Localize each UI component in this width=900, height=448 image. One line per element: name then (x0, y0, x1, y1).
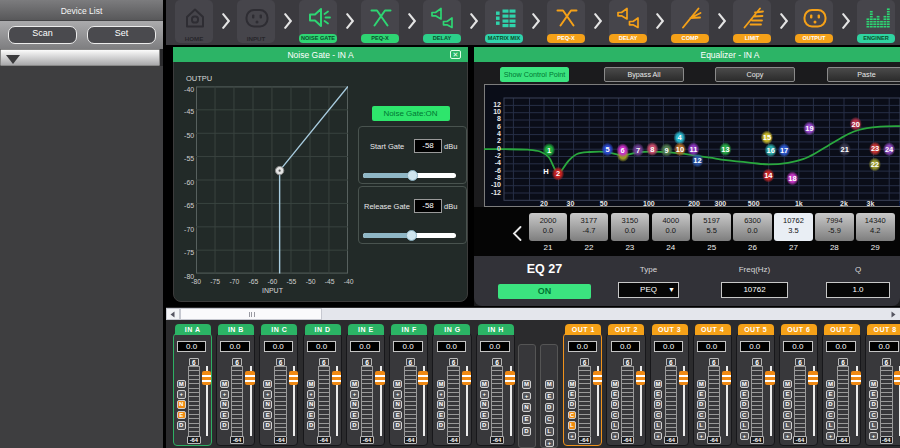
svg-text:13: 13 (721, 144, 729, 153)
svg-text:1: 1 (547, 145, 551, 154)
svg-text:2: 2 (556, 169, 560, 178)
svg-text:24: 24 (885, 144, 894, 153)
svg-text:6: 6 (621, 145, 625, 154)
svg-text:16: 16 (767, 145, 775, 154)
svg-text:21: 21 (841, 144, 849, 153)
svg-text:22: 22 (871, 160, 879, 169)
svg-text:17: 17 (780, 145, 788, 154)
svg-text:20: 20 (852, 119, 860, 128)
svg-text:15: 15 (763, 133, 771, 142)
svg-text:8: 8 (650, 144, 654, 153)
svg-text:12: 12 (693, 156, 701, 165)
svg-text:14: 14 (764, 171, 773, 180)
svg-text:10: 10 (676, 144, 684, 153)
svg-text:9: 9 (665, 145, 669, 154)
svg-text:19: 19 (805, 124, 813, 133)
svg-text:11: 11 (689, 144, 697, 153)
svg-text:5: 5 (605, 145, 609, 154)
svg-text:H: H (543, 167, 548, 176)
svg-text:23: 23 (871, 144, 879, 153)
svg-text:7: 7 (636, 145, 640, 154)
svg-text:18: 18 (788, 174, 796, 183)
